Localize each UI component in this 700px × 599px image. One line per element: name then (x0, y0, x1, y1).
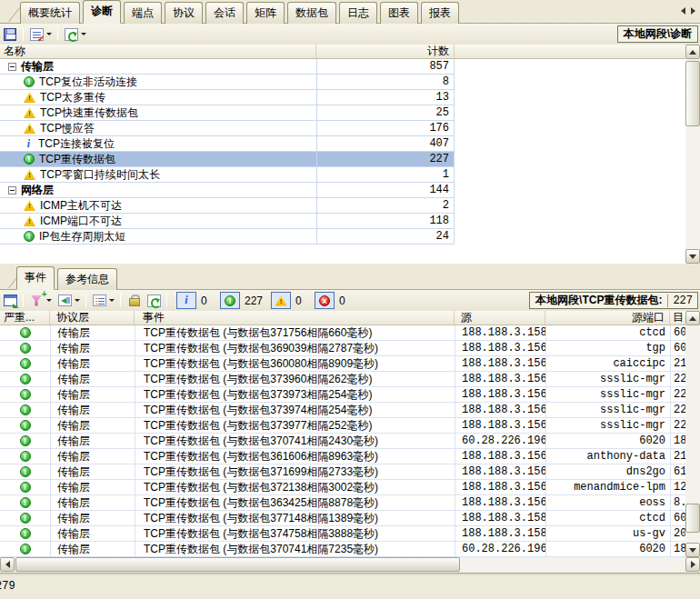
view-tab[interactable]: 图表 (380, 2, 418, 24)
collapse-toggle-icon[interactable] (8, 63, 16, 71)
refresh-button[interactable] (145, 292, 163, 309)
severity-cell (0, 542, 50, 556)
tree-row[interactable]: ICMP主机不可达2 (0, 198, 455, 214)
event-row[interactable]: 传输层TCP重传数据包 (与数据包371756相隔660毫秒)188.188.3… (0, 325, 685, 341)
scrollbar-thumb[interactable] (685, 504, 700, 533)
fields-dropdown-icon[interactable] (109, 299, 115, 302)
lock-button[interactable] (125, 292, 143, 309)
view-tab[interactable]: 会话 (205, 2, 244, 24)
view-tab[interactable]: 日志 (339, 2, 377, 24)
view-tab[interactable]: 参考信息 (57, 268, 117, 290)
event-vertical-scrollbar[interactable] (685, 311, 700, 557)
view-tab[interactable]: 概要统计 (20, 2, 80, 24)
tree-row[interactable]: IP包生存周期太短24 (0, 229, 455, 245)
column-header-layer[interactable]: 协议层 (50, 311, 135, 324)
severity-cell (0, 372, 50, 386)
refresh-button[interactable] (62, 25, 80, 43)
tree-row[interactable]: TCP慢应答176 (0, 121, 455, 136)
diagnosis-name: ICMP主机不可达 (40, 198, 122, 213)
column-header-severity[interactable]: 严重... (0, 311, 50, 324)
event-row[interactable]: 传输层TCP重传数据包 (与数据包372138相隔3002毫秒)188.188.… (0, 480, 685, 495)
save-button[interactable] (1, 25, 19, 43)
scroll-left-button[interactable] (0, 557, 15, 572)
tree-row-name-cell: TCP重传数据包 (0, 152, 316, 166)
view-tab[interactable]: 协议 (165, 2, 203, 24)
filter-add-button[interactable] (27, 292, 45, 309)
tree-row[interactable]: TCP太多重传13 (0, 90, 455, 105)
destination-cell: 61 (670, 464, 685, 479)
tree-row[interactable]: TCP零窗口持续时间太长1 (0, 167, 455, 183)
diagnosis-name: TCP零窗口持续时间太长 (40, 167, 160, 182)
counter-error-button[interactable] (315, 292, 335, 309)
source-port-cell: us-gv (545, 526, 670, 541)
yellow-severity-icon (24, 107, 35, 118)
scroll-down-button[interactable] (685, 249, 700, 264)
event-row[interactable]: 传输层TCP重传数据包 (与数据包373973相隔254毫秒)188.188.3… (0, 387, 685, 403)
diagnosis-name: 网络层 (21, 183, 54, 197)
layer-cell: 传输层 (50, 495, 135, 510)
tree-row[interactable]: TCP快速重传数据包25 (0, 105, 455, 121)
view-tab[interactable]: 事件 (16, 266, 55, 290)
scrollbar-thumb[interactable] (15, 557, 460, 572)
source-port-cell: eoss (545, 495, 670, 510)
filter-dropdown-icon[interactable] (46, 299, 52, 302)
view-tab[interactable]: 诊断 (83, 0, 121, 24)
event-row[interactable]: 传输层TCP重传数据包 (与数据包370741相隔2430毫秒)60.28.22… (0, 434, 685, 449)
column-header-count[interactable]: 计数 (316, 45, 455, 58)
scroll-down-button[interactable] (685, 543, 700, 557)
scroll-up-button[interactable] (685, 45, 700, 59)
event-horizontal-scrollbar[interactable] (0, 557, 700, 573)
column-header-source-port[interactable]: 源端口 (545, 311, 670, 324)
display-filter-button[interactable] (27, 25, 45, 43)
refresh-dropdown-icon[interactable] (81, 33, 86, 35)
source-cell: 60.28.226.196 (455, 542, 545, 556)
tab-scroll-right-icon[interactable] (691, 7, 695, 15)
counter-diagnosis-button[interactable] (220, 292, 240, 309)
event-row[interactable]: 传输层TCP重传数据包 (与数据包374758相隔3888毫秒)188.188.… (0, 526, 685, 542)
diagnosis-tree-panel: 名称 计数 传输层857TCP复位非活动连接8TCP太多重传13TCP快速重传数… (0, 45, 700, 264)
tree-row[interactable]: TCP连接被复位407 (0, 136, 455, 152)
tab-scroll-left-icon[interactable] (681, 7, 685, 15)
event-row[interactable]: 传输层TCP重传数据包 (与数据包373977相隔252毫秒)188.188.3… (0, 418, 685, 434)
scrollbar-thumb[interactable] (685, 61, 700, 126)
tree-row[interactable]: 传输层857 (0, 59, 455, 75)
diagnosis-name: TCP太多重传 (40, 90, 105, 105)
column-header-source[interactable]: 源 (455, 311, 545, 324)
view-tab[interactable]: 矩阵 (246, 2, 285, 24)
scroll-up-button[interactable] (685, 311, 700, 325)
scroll-right-button[interactable] (685, 557, 700, 572)
event-row[interactable]: 传输层TCP重传数据包 (与数据包369039相隔2787毫秒)188.188.… (0, 341, 685, 356)
tree-row[interactable]: ICMP端口不可达118 (0, 214, 455, 229)
column-header-destination[interactable]: 目 (670, 311, 685, 324)
new-window-button[interactable] (1, 292, 19, 309)
view-tab[interactable]: 报表 (421, 2, 459, 24)
column-header-event[interactable]: 事件 (135, 311, 455, 324)
locate-dropdown-icon[interactable] (75, 299, 80, 302)
event-row[interactable]: 传输层TCP重传数据包 (与数据包363425相隔8878毫秒)188.188.… (0, 495, 685, 511)
event-row[interactable]: 传输层TCP重传数据包 (与数据包373974相隔254毫秒)188.188.3… (0, 403, 685, 418)
tree-row[interactable]: TCP复位非活动连接8 (0, 75, 455, 90)
severity-cell (0, 356, 50, 371)
toolbar-separator (120, 294, 121, 307)
refresh-icon (147, 295, 161, 307)
collapse-toggle-icon[interactable] (8, 186, 16, 195)
column-header-name[interactable]: 名称 (0, 45, 316, 58)
tree-row[interactable]: TCP重传数据包227 (0, 152, 455, 167)
event-row[interactable]: 传输层TCP重传数据包 (与数据包373960相隔262毫秒)188.188.3… (0, 372, 685, 387)
display-filter-dropdown-icon[interactable] (46, 33, 52, 35)
view-tab[interactable]: 端点 (124, 2, 162, 24)
tree-vertical-scrollbar[interactable] (685, 45, 700, 264)
arrow-left-icon (5, 561, 10, 568)
source-cell: 188.188.3.156 (455, 464, 545, 479)
event-row[interactable]: 传输层TCP重传数据包 (与数据包371699相隔2733毫秒)188.188.… (0, 464, 685, 480)
counter-warning-button[interactable] (271, 292, 291, 309)
event-row[interactable]: 传输层TCP重传数据包 (与数据包370741相隔7235毫秒)60.28.22… (0, 542, 685, 557)
field-chooser-button[interactable] (90, 292, 108, 309)
event-row[interactable]: 传输层TCP重传数据包 (与数据包377148相隔1389毫秒)188.188.… (0, 511, 685, 526)
locate-packet-button[interactable] (55, 292, 74, 309)
counter-info-button[interactable] (176, 292, 196, 309)
event-row[interactable]: 传输层TCP重传数据包 (与数据包360080相隔8909毫秒)188.188.… (0, 356, 685, 372)
view-tab[interactable]: 数据包 (287, 2, 336, 24)
tree-row[interactable]: 网络层144 (0, 183, 455, 198)
event-row[interactable]: 传输层TCP重传数据包 (与数据包361606相隔8963毫秒)188.188.… (0, 449, 685, 464)
